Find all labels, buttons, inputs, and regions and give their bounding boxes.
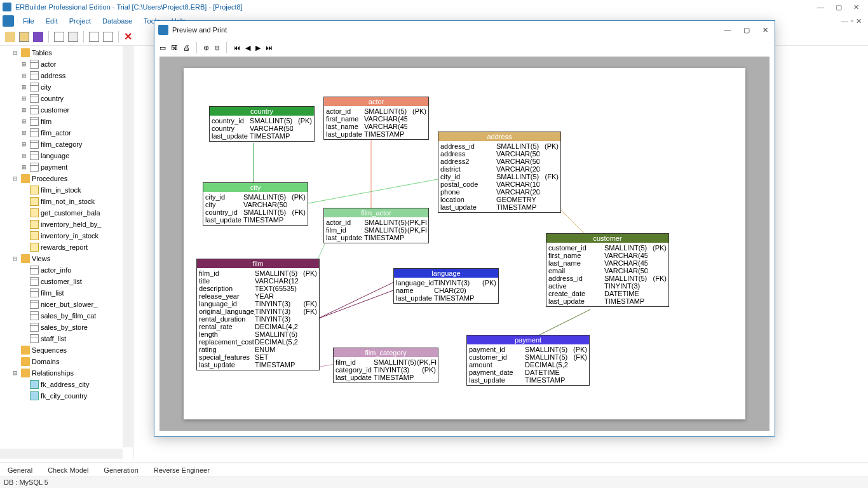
svg-line-6 (317, 289, 397, 319)
menu-edit[interactable]: Edit (41, 16, 63, 26)
maximize-button[interactable]: ▢ (836, 3, 842, 11)
logo-icon (3, 15, 14, 27)
tab-general[interactable]: General (0, 464, 40, 476)
tree-table-film_category[interactable]: ⊞film_category (0, 139, 133, 150)
preview-title: Preview and Print (172, 26, 227, 34)
tree-proc-rewards_report[interactable]: rewards_report (0, 241, 133, 253)
tree-table-city[interactable]: ⊞city (0, 81, 133, 93)
open-icon[interactable] (19, 32, 29, 42)
tab-generation[interactable]: Generation (96, 464, 146, 476)
entity-film[interactable]: filmfilm_idSMALLINT(5)(PK)titleVARCHAR(1… (196, 259, 320, 370)
preview-window: Preview and Print — ▢ ✕ ▭ 🖫 🖨 ⊕ ⊖ ⏮ ◀ ▶ … (154, 20, 775, 437)
pv-next-icon[interactable]: ▶ (255, 44, 261, 52)
tree-table-film[interactable]: ⊞film (0, 116, 133, 127)
tree-table-address[interactable]: ⊞address (0, 70, 133, 81)
preview-icon[interactable] (68, 32, 78, 42)
pv-last-icon[interactable]: ⏭ (266, 44, 273, 51)
entity-address[interactable]: addressaddress_idSMALLINT(5)(PK)addressV… (438, 132, 561, 213)
minimize-button[interactable]: — (817, 3, 824, 11)
tree-proc-inventory_held_by_[interactable]: inventory_held_by_ (0, 219, 133, 230)
tree-sequences[interactable]: Sequences (0, 344, 133, 356)
tree-view-film_list[interactable]: film_list (0, 287, 133, 299)
tree-proc-get_customer_bala[interactable]: get_customer_bala (0, 207, 133, 219)
paste-icon[interactable] (103, 32, 113, 42)
tree-view-customer_list[interactable]: customer_list (0, 276, 133, 287)
tree-vscroll[interactable] (123, 46, 133, 447)
entity-film_actor[interactable]: film_actoractor_idSMALLINT(5)(PK,FK)film… (323, 208, 429, 243)
preview-close-button[interactable]: ✕ (763, 26, 768, 34)
entity-film_category[interactable]: film_categoryfilm_idSMALLINT(5)(PK,FK)ca… (333, 348, 438, 383)
tree-view-sales_by_film_cat[interactable]: sales_by_film_cat (0, 310, 133, 322)
mdi-close-icon[interactable]: ✕ (856, 17, 862, 25)
tab-reverse-engineer[interactable]: Reverse Engineer (146, 464, 217, 476)
tree-tables[interactable]: ⊟Tables (0, 47, 133, 58)
tree-view-sales_by_store[interactable]: sales_by_store (0, 322, 133, 333)
pv-zoom-out-icon[interactable]: ⊖ (214, 44, 220, 52)
app-title-bar: ERBuilder Professional Edition - Trial [… (0, 0, 868, 14)
pv-prev-icon[interactable]: ◀ (245, 44, 250, 52)
tree-relationships[interactable]: ⊟Relationships (0, 367, 133, 379)
entity-city[interactable]: citycity_idSMALLINT(5)(PK)cityVARCHAR(50… (203, 182, 308, 226)
preview-icon (158, 25, 168, 35)
tree-proc-inventory_in_stock[interactable]: inventory_in_stock (0, 230, 133, 241)
pv-image-icon[interactable]: ▭ (159, 44, 166, 52)
menu-project[interactable]: Project (64, 16, 96, 26)
tree-proc-film_in_stock[interactable]: film_in_stock (0, 184, 133, 196)
tree-table-country[interactable]: ⊞country (0, 93, 133, 104)
mdi-restore-icon[interactable]: ▫ (851, 17, 853, 25)
tree-view-nicer_but_slower_[interactable]: nicer_but_slower_ (0, 299, 133, 310)
pv-zoom-in-icon[interactable]: ⊕ (203, 44, 209, 52)
print-icon[interactable] (54, 32, 64, 42)
menu-file[interactable]: File (18, 16, 39, 26)
preview-canvas[interactable]: countrycountry_idSMALLINT(5)(PK)countryV… (159, 57, 770, 431)
entity-customer[interactable]: customercustomer_idSMALLINT(5)(PK)first_… (546, 233, 669, 307)
pv-save-icon[interactable]: 🖫 (171, 44, 178, 51)
new-icon[interactable] (5, 32, 15, 42)
entity-country[interactable]: countrycountry_idSMALLINT(5)(PK)countryV… (209, 106, 315, 142)
status-bar: DB : MySQL 5 (0, 477, 868, 488)
tree-view-actor_info[interactable]: actor_info (0, 264, 133, 276)
entity-actor[interactable]: actoractor_idSMALLINT(5)(PK)first_nameVA… (323, 97, 429, 140)
tree-table-customer[interactable]: ⊞customer (0, 104, 133, 116)
tree-table-film_actor[interactable]: ⊞film_actor (0, 127, 133, 139)
tree-table-payment[interactable]: ⊞payment (0, 161, 133, 173)
delete-icon[interactable]: ✕ (124, 30, 132, 43)
tree-domains[interactable]: Domains (0, 356, 133, 367)
pv-print-icon[interactable]: 🖨 (183, 44, 190, 51)
tree-panel: ⊟Tables⊞actor⊞address⊞city⊞country⊞custo… (0, 46, 133, 459)
preview-title-bar[interactable]: Preview and Print — ▢ ✕ (154, 21, 775, 39)
entity-payment[interactable]: paymentpayment_idSMALLINT(5)(PK)customer… (466, 335, 590, 386)
save-icon[interactable] (33, 32, 43, 42)
preview-minimize-button[interactable]: — (724, 26, 731, 34)
app-icon (3, 3, 11, 11)
tree-procedures[interactable]: ⊟Procedures (0, 173, 133, 184)
tree-view-staff_list[interactable]: staff_list (0, 333, 133, 344)
tree-proc-film_not_in_stock[interactable]: film_not_in_stock (0, 196, 133, 207)
app-title: ERBuilder Professional Edition - Trial [… (15, 3, 243, 11)
preview-maximize-button[interactable]: ▢ (743, 26, 750, 34)
preview-toolbar: ▭ 🖫 🖨 ⊕ ⊖ ⏮ ◀ ▶ ⏭ (154, 39, 775, 57)
entity-language[interactable]: languagelanguage_idTINYINT(3)(PK)nameCHA… (393, 268, 499, 304)
bottom-tabs: General Check Model Generation Reverse E… (0, 463, 868, 477)
status-db: DB : MySQL 5 (4, 478, 48, 486)
mdi-minimize-icon[interactable]: — (841, 17, 848, 25)
tree-table-actor[interactable]: ⊞actor (0, 58, 133, 70)
tree-views[interactable]: ⊟Views (0, 253, 133, 264)
tree-rel-fk_address_city[interactable]: fk_address_city (0, 379, 133, 390)
copy-icon[interactable] (89, 32, 99, 42)
pv-first-icon[interactable]: ⏮ (233, 44, 240, 51)
tab-check-model[interactable]: Check Model (40, 464, 96, 476)
tree-hscroll[interactable] (0, 449, 123, 459)
svg-line-5 (317, 281, 397, 319)
close-button[interactable]: ✕ (853, 3, 859, 11)
svg-line-1 (301, 179, 438, 205)
menu-database[interactable]: Database (97, 16, 137, 26)
tree-rel-fk_city_country[interactable]: fk_city_country (0, 390, 133, 402)
tree-table-language[interactable]: ⊞language (0, 150, 133, 161)
preview-page: countrycountry_idSMALLINT(5)(PK)countryV… (184, 68, 745, 419)
